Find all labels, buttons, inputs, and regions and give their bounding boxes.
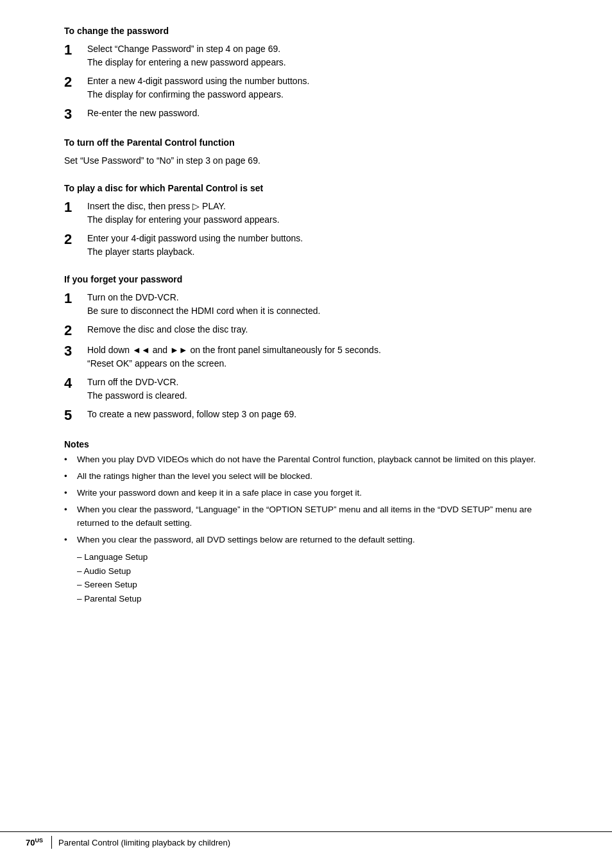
notes-item: • When you play DVD VIDEOs which do not … xyxy=(64,453,561,466)
page-superscript: US xyxy=(35,837,43,844)
step-content: Turn off the DVD-VCR. The password is cl… xyxy=(87,376,187,403)
steps-forgot-password: 1 Turn on the DVD-VCR. Be sure to discon… xyxy=(64,291,561,423)
step-line: Re-enter the new password. xyxy=(87,108,200,118)
notes-text: All the ratings higher than the level yo… xyxy=(77,470,312,483)
step-number: 4 xyxy=(64,376,83,391)
step-content: Enter a new 4-digit password using the n… xyxy=(87,74,309,101)
bullet-icon: • xyxy=(64,534,74,546)
notes-text: Write your password down and keep it in … xyxy=(77,487,362,499)
step-line: Hold down ◄◄ and ►► on the front panel s… xyxy=(87,345,381,355)
step-line: Insert the disc, then press ▷ PLAY. xyxy=(87,201,226,211)
step-content: Remove the disc and close the disc tray. xyxy=(87,323,248,336)
step-line: The display for entering your password a… xyxy=(87,214,280,225)
step-content: Select “Change Password” in step 4 on pa… xyxy=(87,42,286,69)
section-change-password: To change the password 1 Select “Change … xyxy=(64,26,561,122)
step-number: 2 xyxy=(64,232,83,247)
section-turn-off-parental: To turn off the Parental Control functio… xyxy=(64,137,561,168)
step-item: 4 Turn off the DVD-VCR. The password is … xyxy=(64,376,561,403)
footer-divider xyxy=(51,836,52,849)
notes-section: Notes • When you play DVD VIDEOs which d… xyxy=(64,439,561,606)
step-line: “Reset OK” appears on the screen. xyxy=(87,358,226,369)
step-item: 1 Turn on the DVD-VCR. Be sure to discon… xyxy=(64,291,561,318)
step-number: 1 xyxy=(64,42,83,58)
sub-list-item: – Sereen Setup xyxy=(77,578,561,592)
step-line: Turn off the DVD-VCR. xyxy=(87,377,178,387)
step-line: Turn on the DVD-VCR. xyxy=(87,292,179,302)
bullet-icon: • xyxy=(64,470,74,483)
step-line: Remove the disc and close the disc tray. xyxy=(87,324,248,334)
heading-play-disc: To play a disc for which Parental Contro… xyxy=(64,183,561,193)
step-content: To create a new password, follow step 3 … xyxy=(87,408,296,421)
step-item: 3 Hold down ◄◄ and ►► on the front panel… xyxy=(64,343,561,370)
notes-item: • When you clear the password, “Language… xyxy=(64,503,561,530)
page-number-text: 70 xyxy=(26,838,35,847)
step-number: 2 xyxy=(64,74,83,90)
step-line: The player starts playback. xyxy=(87,247,194,257)
step-item: 5 To create a new password, follow step … xyxy=(64,408,561,423)
heading-turn-off-parental: To turn off the Parental Control functio… xyxy=(64,137,561,148)
step-line: The display for entering a new password … xyxy=(87,57,286,67)
step-line: Enter your 4-digit password using the nu… xyxy=(87,233,303,243)
heading-change-password: To change the password xyxy=(64,26,561,36)
sub-list-item: – Parental Setup xyxy=(77,592,561,606)
page-footer: 70US Parental Control (limiting playback… xyxy=(0,831,612,849)
step-number: 2 xyxy=(64,323,83,338)
bullet-icon: • xyxy=(64,487,74,499)
step-item: 3 Re-enter the new password. xyxy=(64,107,561,122)
turn-off-parental-text: Set “Use Password” to “No” in step 3 on … xyxy=(64,154,561,168)
step-line: The display for confirming the password … xyxy=(87,89,284,100)
step-number: 1 xyxy=(64,291,83,306)
footer-label: Parental Control (limiting playback by c… xyxy=(58,838,230,847)
notes-text: When you clear the password, all DVD set… xyxy=(77,534,415,546)
step-content: Turn on the DVD-VCR. Be sure to disconne… xyxy=(87,291,320,318)
step-number: 3 xyxy=(64,343,83,359)
step-number: 3 xyxy=(64,107,83,122)
sub-list-item: – Language Setup xyxy=(77,550,561,564)
step-item: 2 Remove the disc and close the disc tra… xyxy=(64,323,561,338)
step-line: To create a new password, follow step 3 … xyxy=(87,409,296,419)
step-line: The password is cleared. xyxy=(87,390,187,401)
page-number: 70US xyxy=(0,837,45,847)
step-content: Enter your 4-digit password using the nu… xyxy=(87,232,303,259)
notes-item: • Write your password down and keep it i… xyxy=(64,487,561,499)
notes-item: • When you clear the password, all DVD s… xyxy=(64,534,561,546)
step-line: Enter a new 4-digit password using the n… xyxy=(87,76,309,86)
notes-sub-list: – Language Setup – Audio Setup – Sereen … xyxy=(64,550,561,605)
step-item: 2 Enter your 4-digit password using the … xyxy=(64,232,561,259)
step-number: 5 xyxy=(64,408,83,423)
notes-heading: Notes xyxy=(64,439,561,449)
step-content: Hold down ◄◄ and ►► on the front panel s… xyxy=(87,343,381,370)
notes-text: When you clear the password, “Language” … xyxy=(77,503,561,530)
step-content: Insert the disc, then press ▷ PLAY. The … xyxy=(87,200,280,227)
step-content: Re-enter the new password. xyxy=(87,107,200,120)
section-forgot-password: If you forget your password 1 Turn on th… xyxy=(64,274,561,423)
sub-list-item: – Audio Setup xyxy=(77,564,561,578)
step-item: 1 Insert the disc, then press ▷ PLAY. Th… xyxy=(64,200,561,227)
bullet-icon: • xyxy=(64,453,74,466)
page: To change the password 1 Select “Change … xyxy=(0,0,612,868)
steps-play-disc: 1 Insert the disc, then press ▷ PLAY. Th… xyxy=(64,200,561,259)
step-line: Select “Change Password” in step 4 on pa… xyxy=(87,44,280,54)
notes-text: When you play DVD VIDEOs which do not ha… xyxy=(77,453,536,466)
notes-list: • When you play DVD VIDEOs which do not … xyxy=(64,453,561,547)
bullet-icon: • xyxy=(64,503,74,516)
step-item: 1 Select “Change Password” in step 4 on … xyxy=(64,42,561,69)
steps-change-password: 1 Select “Change Password” in step 4 on … xyxy=(64,42,561,122)
notes-item: • All the ratings higher than the level … xyxy=(64,470,561,483)
section-play-disc: To play a disc for which Parental Contro… xyxy=(64,183,561,259)
heading-forgot-password: If you forget your password xyxy=(64,274,561,284)
step-number: 1 xyxy=(64,200,83,215)
step-item: 2 Enter a new 4-digit password using the… xyxy=(64,74,561,101)
step-line: Be sure to disconnect the HDMI cord when… xyxy=(87,306,320,316)
